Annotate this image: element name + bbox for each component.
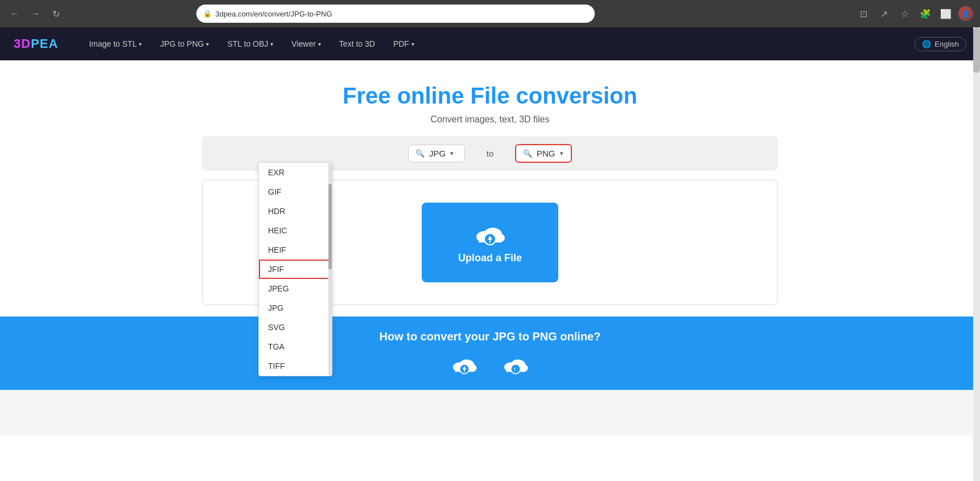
upload-icon-wrap — [473, 221, 507, 246]
nav-jpg-to-png[interactable]: JPG to PNG ▾ — [152, 36, 217, 52]
hero-subtitle: Convert images, text, 3D files — [0, 114, 980, 125]
search-icon: 🔍 — [523, 149, 532, 158]
nav-text-to-3d[interactable]: Text to 3D — [331, 36, 383, 52]
navbar-links: Image to STL ▾ JPG to PNG ▾ STL to OBJ ▾… — [81, 36, 915, 52]
svg-point-18 — [511, 364, 521, 374]
howto-step-2: ! — [501, 355, 530, 376]
converter-main: 🔍 JPG ▾ to 🔍 PNG ▾ EXR GIF HDR — [188, 136, 792, 171]
upload-button[interactable]: Upload a File — [422, 203, 558, 282]
language-selector[interactable]: 🌐 English — [915, 37, 966, 51]
dropdown-item-tga[interactable]: TGA — [259, 337, 332, 356]
cloud-upload-icon: ! — [501, 355, 530, 376]
logo[interactable]: 3DPEA — [14, 36, 58, 51]
main-content: Free online File conversion Convert imag… — [0, 60, 980, 435]
howto-title: How to convert your JPG to PNG online? — [14, 330, 966, 343]
to-format-label: PNG — [537, 149, 555, 158]
hero-section: Free online File conversion Convert imag… — [0, 60, 980, 136]
dropdown-scrollbar[interactable] — [328, 163, 332, 376]
bottom-section — [0, 390, 980, 435]
to-label: to — [479, 149, 501, 158]
chevron-down-icon: ▾ — [450, 150, 454, 157]
dropdown-item-tiff[interactable]: TIFF — [259, 356, 332, 376]
dropdown-item-hdr[interactable]: HDR — [259, 202, 332, 221]
nav-pdf[interactable]: PDF ▾ — [385, 36, 422, 52]
lock-icon: 🔒 — [203, 10, 212, 18]
dropdown-item-jpeg[interactable]: JPEG — [259, 279, 332, 298]
dropdown-scrollbar-thumb — [328, 184, 332, 269]
nav-image-to-stl[interactable]: Image to STL ▾ — [81, 36, 150, 52]
window-icon[interactable]: ⬜ — [938, 6, 954, 22]
globe-icon: 🌐 — [922, 40, 931, 48]
howto-steps: ! — [14, 355, 966, 376]
share-icon[interactable]: ↗ — [876, 6, 892, 22]
hero-title: Free online File conversion — [0, 83, 980, 109]
nav-stl-to-obj[interactable]: STL to OBJ ▾ — [219, 36, 281, 52]
dropdown-item-gif[interactable]: GIF — [259, 182, 332, 202]
search-icon: 🔍 — [415, 149, 425, 158]
from-format-select[interactable]: 🔍 JPG ▾ — [408, 145, 465, 162]
dropdown-item-exr[interactable]: EXR — [259, 163, 332, 182]
page-scrollbar[interactable] — [973, 27, 980, 435]
back-button[interactable]: ← — [7, 6, 23, 22]
chevron-down-icon: ▾ — [560, 150, 563, 157]
from-format-label: JPG — [429, 149, 446, 158]
chevron-down-icon: ▾ — [411, 41, 414, 47]
browser-chrome: ← → ↻ 🔒 3dpea.com/en/convert/JPG-to-PNG … — [0, 0, 980, 27]
url-text: 3dpea.com/en/convert/JPG-to-PNG — [215, 10, 332, 18]
howto-section: How to convert your JPG to PNG online? — [0, 316, 980, 390]
dropdown-item-svg[interactable]: SVG — [259, 318, 332, 337]
nav-viewer[interactable]: Viewer ▾ — [283, 36, 329, 52]
dropdown-item-heif[interactable]: HEIF — [259, 240, 332, 260]
chevron-down-icon: ▾ — [318, 41, 321, 47]
chevron-down-icon: ▾ — [139, 41, 142, 47]
logo-3d: 3D — [14, 36, 31, 51]
chevron-down-icon: ▾ — [270, 41, 273, 47]
avatar[interactable]: 👤 — [958, 6, 973, 21]
navbar: 3DPEA Image to STL ▾ JPG to PNG ▾ STL to… — [0, 27, 980, 60]
svg-rect-6 — [489, 240, 491, 242]
dropdown-item-jpg[interactable]: JPG — [259, 298, 332, 318]
svg-text:!: ! — [514, 367, 516, 372]
forward-button[interactable]: → — [27, 6, 43, 22]
browser-actions: ⊡ ↗ ☆ 🧩 ⬜ 👤 — [856, 6, 973, 22]
language-label: English — [934, 40, 959, 48]
refresh-button[interactable]: ↻ — [48, 6, 64, 22]
cloud-upload-icon — [473, 221, 507, 246]
upload-label: Upload a File — [458, 252, 522, 264]
chevron-down-icon: ▾ — [206, 41, 209, 47]
format-dropdown: EXR GIF HDR HEIC HEIF JFIF JPEG JPG SVG … — [258, 162, 332, 376]
address-bar[interactable]: 🔒 3dpea.com/en/convert/JPG-to-PNG — [196, 5, 595, 23]
dropdown-item-jfif[interactable]: JFIF — [259, 260, 332, 279]
screenshot-icon[interactable]: ⊡ — [856, 6, 872, 22]
page-scrollbar-thumb — [973, 27, 980, 73]
svg-rect-13 — [464, 369, 465, 372]
extensions-icon[interactable]: 🧩 — [917, 6, 933, 22]
howto-step-1 — [450, 355, 479, 376]
to-format-select[interactable]: 🔍 PNG ▾ — [515, 144, 572, 163]
bookmark-icon[interactable]: ☆ — [897, 6, 913, 22]
cloud-upload-icon — [450, 355, 479, 376]
dropdown-item-heic[interactable]: HEIC — [259, 221, 332, 240]
logo-pea: PEA — [31, 36, 58, 51]
